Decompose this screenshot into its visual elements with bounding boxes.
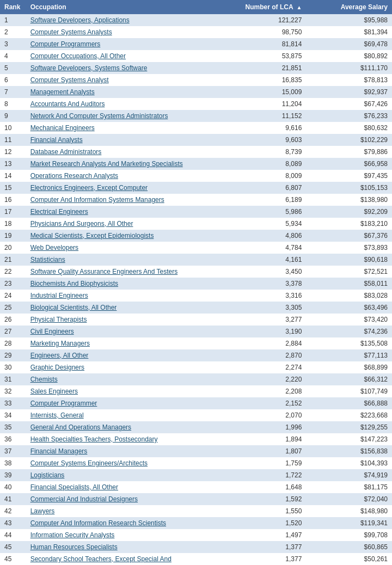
occupation-cell[interactable]: Biological Scientists, All Other (26, 302, 220, 314)
occupation-cell[interactable]: Health Specialties Teachers, Postseconda… (26, 433, 220, 445)
occupation-cell[interactable]: Financial Managers (26, 445, 220, 457)
occupation-link[interactable]: General And Operations Managers (30, 423, 131, 431)
occupation-link[interactable]: Graphic Designers (30, 364, 84, 371)
occupation-cell[interactable]: Computer Systems Engineers/Architects (26, 457, 220, 469)
occupation-cell[interactable]: Industrial Engineers (26, 290, 220, 302)
occupation-link[interactable]: Lawyers (30, 507, 55, 515)
occupation-cell[interactable]: Chemists (26, 373, 220, 385)
occupation-link[interactable]: Operations Research Analysts (30, 172, 118, 180)
occupation-cell[interactable]: Sales Engineers (26, 385, 220, 397)
occupation-cell[interactable]: Electrical Engineers (26, 206, 220, 218)
occupation-cell[interactable]: Marketing Managers (26, 337, 220, 349)
occupation-cell[interactable]: Financial Analysts (26, 134, 220, 146)
occupation-link[interactable]: Medical Scientists, Except Epidemiologis… (30, 232, 154, 239)
occupation-link[interactable]: Industrial Engineers (30, 292, 88, 299)
occupation-cell[interactable]: Computer And Information Systems Manager… (26, 194, 220, 206)
occupation-link[interactable]: Software Quality Assurance Engineers And… (30, 268, 178, 275)
lca-header[interactable]: Number of LCA ▲ (220, 0, 307, 14)
occupation-link[interactable]: Physicians And Surgeons, All Other (30, 220, 133, 228)
rank-cell: 33 (0, 397, 26, 409)
occupation-cell[interactable]: Electronics Engineers, Except Computer (26, 182, 220, 194)
occupation-link[interactable]: Civil Engineers (30, 328, 74, 335)
occupation-link[interactable]: Computer Occupations, All Other (30, 52, 126, 60)
occupation-link[interactable]: Marketing Managers (30, 340, 90, 347)
occupation-link[interactable]: Database Administrators (30, 148, 102, 156)
occupation-link[interactable]: Network And Computer Systems Administrat… (30, 112, 168, 120)
occupation-link[interactable]: Management Analysts (30, 88, 95, 96)
occupation-link[interactable]: Computer Programmer (30, 400, 97, 407)
occupation-cell[interactable]: Computer Systems Analyst (26, 74, 220, 86)
occupation-cell[interactable]: Computer And Information Research Scient… (26, 517, 220, 529)
occupation-link[interactable]: Sales Engineers (30, 388, 78, 395)
lca-cell: 2,274 (220, 361, 307, 373)
salary-cell: $66,958 (306, 158, 392, 170)
occupation-link[interactable]: Secondary School Teachers, Except Specia… (30, 555, 171, 563)
occupation-link[interactable]: Computer Systems Engineers/Architects (30, 459, 148, 467)
occupation-cell[interactable]: Web Developers (26, 242, 220, 254)
occupation-link[interactable]: Physical Therapists (30, 316, 87, 323)
occupation-link[interactable]: Financial Specialists, All Other (30, 483, 118, 491)
occupation-cell[interactable]: Management Analysts (26, 86, 220, 98)
occupation-link[interactable]: Mechanical Engineers (30, 124, 95, 132)
occupation-link[interactable]: Software Developers, Applications (30, 16, 130, 24)
occupation-cell[interactable]: Commercial And Industrial Designers (26, 493, 220, 505)
table-row: 7Management Analysts15,009$92,937 (0, 86, 392, 98)
occupation-cell[interactable]: Lawyers (26, 505, 220, 517)
occupation-link[interactable]: Internists, General (30, 412, 84, 419)
occupation-cell[interactable]: Mechanical Engineers (26, 122, 220, 134)
occupation-cell[interactable]: Graphic Designers (26, 361, 220, 373)
lca-cell: 9,603 (220, 134, 307, 146)
occupation-link[interactable]: Statisticians (30, 256, 65, 263)
occupation-cell[interactable]: Information Security Analysts (26, 529, 220, 541)
occupation-cell[interactable]: Physicians And Surgeons, All Other (26, 218, 220, 230)
occupation-link[interactable]: Computer Systems Analyst (30, 76, 109, 84)
occupation-link[interactable]: Commercial And Industrial Designers (30, 495, 138, 503)
occupation-cell[interactable]: Statisticians (26, 254, 220, 266)
occupation-cell[interactable]: Accountants And Auditors (26, 98, 220, 110)
occupation-cell[interactable]: Computer Occupations, All Other (26, 50, 220, 62)
occupation-link[interactable]: Computer And Information Systems Manager… (30, 196, 164, 204)
occupation-cell[interactable]: Database Administrators (26, 146, 220, 158)
occupation-cell[interactable]: Biochemists And Biophysicists (26, 278, 220, 290)
occupation-link[interactable]: Biochemists And Biophysicists (30, 280, 118, 287)
occupation-link[interactable]: Electronics Engineers, Except Computer (30, 184, 148, 192)
occupation-cell[interactable]: Engineers, All Other (26, 349, 220, 361)
occupation-link[interactable]: Chemists (30, 376, 58, 383)
occupation-link[interactable]: Information Security Analysts (30, 531, 115, 539)
occupation-cell[interactable]: Financial Specialists, All Other (26, 481, 220, 493)
occupation-cell[interactable]: Computer Programmers (26, 38, 220, 50)
occupation-link[interactable]: Computer And Information Research Scient… (30, 519, 166, 527)
occupation-link[interactable]: Computer Programmers (30, 40, 101, 48)
rank-cell: 43 (0, 517, 26, 529)
rank-cell: 2 (0, 26, 26, 38)
occupation-cell[interactable]: Secondary School Teachers, Except Specia… (26, 553, 220, 565)
occupation-link[interactable]: Human Resources Specialists (30, 543, 118, 551)
occupation-cell[interactable]: Network And Computer Systems Administrat… (26, 110, 220, 122)
occupation-cell[interactable]: General And Operations Managers (26, 421, 220, 433)
occupation-link[interactable]: Electrical Engineers (30, 208, 88, 216)
occupation-link[interactable]: Market Research Analysts And Marketing S… (30, 160, 183, 168)
occupation-link[interactable]: Accountants And Auditors (30, 100, 105, 108)
occupation-cell[interactable]: Software Developers, Applications (26, 14, 220, 26)
occupation-link[interactable]: Software Developers, Systems Software (30, 64, 148, 72)
occupation-cell[interactable]: Computer Programmer (26, 397, 220, 409)
occupation-link[interactable]: Biological Scientists, All Other (30, 304, 117, 311)
occupation-cell[interactable]: Software Quality Assurance Engineers And… (26, 266, 220, 278)
occupation-link[interactable]: Web Developers (30, 244, 79, 251)
occupation-cell[interactable]: Physical Therapists (26, 314, 220, 326)
occupation-cell[interactable]: Software Developers, Systems Software (26, 62, 220, 74)
occupation-cell[interactable]: Internists, General (26, 409, 220, 421)
occupation-cell[interactable]: Operations Research Analysts (26, 170, 220, 182)
occupation-link[interactable]: Financial Managers (30, 447, 88, 455)
occupation-cell[interactable]: Human Resources Specialists (26, 541, 220, 553)
occupation-link[interactable]: Engineers, All Other (30, 352, 89, 359)
occupation-cell[interactable]: Market Research Analysts And Marketing S… (26, 158, 220, 170)
occupation-link[interactable]: Financial Analysts (30, 136, 83, 144)
occupation-link[interactable]: Computer Systems Analysts (30, 28, 112, 36)
occupation-cell[interactable]: Civil Engineers (26, 326, 220, 337)
occupation-cell[interactable]: Logisticians (26, 469, 220, 481)
occupation-link[interactable]: Logisticians (30, 471, 65, 479)
occupation-link[interactable]: Health Specialties Teachers, Postseconda… (30, 435, 158, 443)
occupation-cell[interactable]: Computer Systems Analysts (26, 26, 220, 38)
occupation-cell[interactable]: Medical Scientists, Except Epidemiologis… (26, 230, 220, 242)
